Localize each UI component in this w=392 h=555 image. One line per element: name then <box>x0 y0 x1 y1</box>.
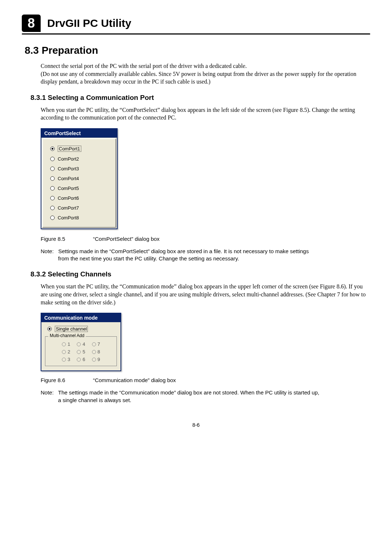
note-label: Note: <box>41 389 54 396</box>
radio-label: 2 <box>68 349 70 355</box>
radio-label: 6 <box>82 357 85 362</box>
radio-disabled-icon <box>92 342 96 347</box>
radio-ch-2[interactable]: 2 <box>62 349 70 355</box>
radio-ch-7[interactable]: 7 <box>92 341 100 347</box>
para-line: (Do not use any of commercially availabl… <box>41 71 356 85</box>
dialog-titlebar: ComPortSelect <box>41 129 117 138</box>
radio-ch-9[interactable]: 9 <box>92 357 100 362</box>
radio-unselected-icon <box>50 196 55 200</box>
note-line: Settings made in the “ComPortSelect” dia… <box>58 248 309 254</box>
svg-point-7 <box>50 206 54 210</box>
groupbox-title: Multi-channel Add <box>48 333 86 338</box>
radio-label: 3 <box>68 357 70 362</box>
radio-label: ComPort1 <box>58 146 81 152</box>
radio-comport4[interactable]: ComPort4 <box>49 174 109 183</box>
radio-label: ComPort8 <box>58 215 79 220</box>
figure-8-6-caption: Figure 8.6 “Communication mode” dialog b… <box>41 377 370 383</box>
figure-number: Figure 8.6 <box>41 377 91 383</box>
radio-unselected-icon <box>50 157 55 161</box>
radio-selected-icon <box>47 327 52 331</box>
radio-label: Single channel <box>55 326 88 332</box>
chapter-number-badge: 8 <box>22 15 41 32</box>
radio-unselected-icon <box>50 166 55 171</box>
svg-point-2 <box>50 157 54 161</box>
radio-comport5[interactable]: ComPort5 <box>49 183 109 193</box>
header-divider <box>22 33 370 35</box>
radio-comport1[interactable]: ComPort1 <box>49 143 109 154</box>
svg-point-12 <box>77 343 81 346</box>
radio-comport7[interactable]: ComPort7 <box>49 203 109 213</box>
radio-unselected-icon <box>50 215 55 220</box>
svg-point-1 <box>52 148 53 150</box>
radio-label: ComPort4 <box>58 176 79 181</box>
radio-unselected-icon <box>50 186 55 191</box>
comportselect-dialog: ComPortSelect ComPort1 ComPort2 ComPort3… <box>41 128 118 229</box>
svg-point-19 <box>92 358 96 361</box>
radio-ch-1[interactable]: 1 <box>62 341 70 347</box>
radio-label: ComPort3 <box>58 166 79 171</box>
radio-disabled-icon <box>62 357 66 362</box>
radio-label: 1 <box>68 341 70 347</box>
dialog-titlebar: Communication mode <box>41 313 121 322</box>
radio-comport3[interactable]: ComPort3 <box>49 164 109 174</box>
note-line: a single channel is always set. <box>58 397 370 404</box>
radio-ch-8[interactable]: 8 <box>92 349 100 355</box>
section-8-3-2-para: When you start the PC utility, the “Comm… <box>41 283 370 306</box>
radio-disabled-icon <box>62 342 66 347</box>
radio-comport6[interactable]: ComPort6 <box>49 193 109 203</box>
radio-label: ComPort7 <box>58 205 79 211</box>
note-label: Note: <box>41 248 54 254</box>
radio-disabled-icon <box>77 350 81 354</box>
radio-unselected-icon <box>50 176 55 181</box>
svg-point-6 <box>50 196 54 200</box>
radio-label: ComPort5 <box>58 186 79 191</box>
svg-point-16 <box>92 350 96 354</box>
radio-disabled-icon <box>77 357 81 362</box>
para-line: Connect the serial port of the PC with t… <box>41 63 247 69</box>
svg-point-13 <box>92 343 96 346</box>
radio-label: 8 <box>98 349 100 355</box>
dialog-body: ComPort1 ComPort2 ComPort3 ComPort4 ComP… <box>42 138 116 228</box>
radio-disabled-icon <box>92 350 96 354</box>
radio-disabled-icon <box>62 350 66 354</box>
figure-caption-text: “Communication mode” dialog box <box>93 377 176 383</box>
section-8-3-2-heading: 8.3.2 Selecting Channels <box>30 270 370 278</box>
figure-number: Figure 8.5 <box>41 236 91 242</box>
multi-channel-groupbox: Multi-channel Add 1 4 7 2 5 8 3 6 9 <box>45 336 117 366</box>
section-8-3-para: Connect the serial port of the PC with t… <box>41 62 370 86</box>
radio-label: 5 <box>82 349 85 355</box>
chapter-header: 8 DrvGII PC Utility <box>22 15 370 32</box>
radio-disabled-icon <box>77 342 81 347</box>
chapter-title: DrvGII PC Utility <box>47 17 131 29</box>
radio-comport8[interactable]: ComPort8 <box>49 213 109 223</box>
radio-comport2[interactable]: ComPort2 <box>49 154 109 164</box>
radio-label: 7 <box>98 341 100 347</box>
radio-ch-5[interactable]: 5 <box>77 349 85 355</box>
svg-point-5 <box>50 186 54 190</box>
radio-ch-3[interactable]: 3 <box>62 357 70 362</box>
svg-point-17 <box>62 358 66 361</box>
svg-point-4 <box>50 177 54 181</box>
note-8-3-1: Note: Settings made in the “ComPortSelec… <box>41 248 370 263</box>
svg-point-10 <box>49 328 50 330</box>
radio-ch-6[interactable]: 6 <box>77 357 85 362</box>
svg-point-15 <box>77 350 81 354</box>
figure-caption-text: “ComPortSelect” dialog box <box>93 236 159 242</box>
radio-disabled-icon <box>92 357 96 362</box>
radio-single-channel[interactable]: Single channel <box>41 322 121 333</box>
svg-point-3 <box>50 167 54 171</box>
radio-label: 9 <box>98 357 100 362</box>
figure-8-5-caption: Figure 8.5 “ComPortSelect” dialog box <box>41 236 370 242</box>
section-8-3-1-heading: 8.3.1 Selecting a Communication Port <box>30 94 370 102</box>
svg-point-14 <box>62 350 66 354</box>
note-line: The settings made in the “Communication … <box>58 389 319 396</box>
radio-label: ComPort6 <box>58 195 79 201</box>
radio-label: 4 <box>82 341 85 347</box>
svg-point-11 <box>62 343 66 346</box>
svg-point-8 <box>50 216 54 220</box>
svg-point-18 <box>77 358 81 361</box>
radio-selected-icon <box>50 146 55 151</box>
note-line: from the next time you start the PC util… <box>58 255 370 262</box>
radio-ch-4[interactable]: 4 <box>77 341 85 347</box>
radio-label: ComPort2 <box>58 156 79 162</box>
